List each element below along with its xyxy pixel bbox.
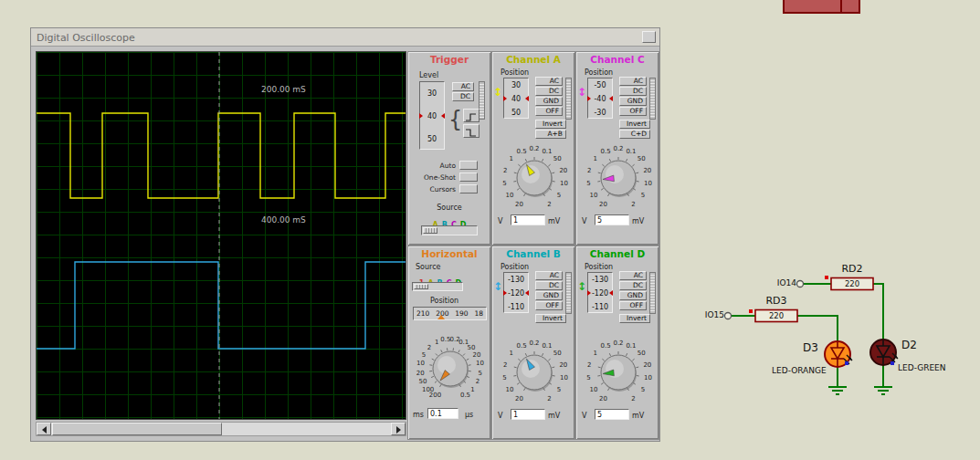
io14-terminal[interactable] xyxy=(797,281,804,288)
svg-text:5: 5 xyxy=(479,370,482,377)
invert-button[interactable]: Invert xyxy=(535,120,566,129)
position-value: -30 xyxy=(588,106,612,120)
trigger-ac-button[interactable]: AC xyxy=(452,82,474,91)
volts-value[interactable]: 5 xyxy=(595,409,629,420)
dc-button[interactable]: DC xyxy=(535,281,563,290)
scroll-left-button[interactable] xyxy=(37,423,51,435)
dc-button[interactable]: DC xyxy=(535,87,563,96)
position-value: 210 xyxy=(416,308,429,319)
dc-button[interactable]: DC xyxy=(619,87,647,96)
trigger-level-display[interactable]: 30 40 50 xyxy=(419,81,445,150)
panel-title: Channel D xyxy=(576,248,659,259)
svg-text:1: 1 xyxy=(470,386,474,393)
auto-label: Auto xyxy=(408,162,456,170)
cursors-button[interactable] xyxy=(459,184,478,193)
trigger-source-slider[interactable] xyxy=(421,225,478,235)
position-updown-arrow[interactable]: ↕ xyxy=(493,280,502,293)
coupling-slider[interactable] xyxy=(565,272,572,314)
led-d3[interactable] xyxy=(825,341,852,367)
gnd-button[interactable]: GND xyxy=(535,97,563,106)
one-shot-button[interactable] xyxy=(459,172,478,182)
position-label: Position xyxy=(430,297,458,305)
svg-text:5: 5 xyxy=(586,374,590,382)
rising-edge-button[interactable] xyxy=(463,109,479,122)
svg-text:5: 5 xyxy=(641,192,645,199)
invert-button[interactable]: Invert xyxy=(535,314,566,323)
volts-value[interactable]: 1 xyxy=(511,214,545,225)
volts-value[interactable]: 5 xyxy=(595,214,629,225)
horizontal-source-slider[interactable] xyxy=(412,282,463,291)
scope-horizontal-scrollbar[interactable] xyxy=(36,422,406,436)
slider-thumb[interactable] xyxy=(414,284,428,289)
gnd-button[interactable]: GND xyxy=(619,291,647,300)
sum-button[interactable]: C+D xyxy=(619,130,650,139)
position-left-arrow-icon xyxy=(503,290,507,296)
position-display[interactable]: -130 -120 -110 xyxy=(587,272,613,313)
position-updown-arrow[interactable]: ↕ xyxy=(577,280,586,293)
coupling-slider[interactable] xyxy=(565,78,572,120)
position-display[interactable]: -50 -40 -30 xyxy=(587,78,613,119)
position-value: -110 xyxy=(504,300,528,314)
position-updown-arrow[interactable]: ↕ xyxy=(577,86,586,99)
volts-per-div-knob[interactable]: 20105210.50.20.150201052 xyxy=(493,140,575,213)
svg-text:0.2: 0.2 xyxy=(529,145,539,152)
svg-text:2: 2 xyxy=(587,167,591,174)
invert-button[interactable]: Invert xyxy=(619,120,650,129)
volts-per-div-knob[interactable]: 20105210.50.20.150201052 xyxy=(577,140,659,213)
dc-button[interactable]: DC xyxy=(619,281,647,290)
svg-text:2: 2 xyxy=(547,201,551,208)
svg-text:1: 1 xyxy=(435,339,438,346)
off-button[interactable]: OFF xyxy=(535,107,563,116)
scroll-right-button[interactable] xyxy=(391,423,406,435)
volts-per-div-knob[interactable]: 20105210.50.20.150201052 xyxy=(577,334,659,407)
panel-title: Channel B xyxy=(492,248,574,259)
svg-text:10: 10 xyxy=(560,180,568,187)
scrollbar-thumb[interactable] xyxy=(52,423,222,435)
led-d2[interactable] xyxy=(870,340,898,365)
coupling-slider[interactable] xyxy=(649,272,656,314)
timebase-knob[interactable]: 2001005020105210.50.20.15020105210.5 xyxy=(409,330,491,403)
svg-text:2: 2 xyxy=(631,201,635,208)
volts-per-div-knob[interactable]: 20105210.50.20.150201052 xyxy=(493,334,575,407)
auto-button[interactable] xyxy=(459,161,478,170)
off-button[interactable]: OFF xyxy=(619,301,647,310)
trigger-coupling-slider[interactable] xyxy=(479,81,485,120)
window-title: Digital Oscilloscope xyxy=(37,32,135,44)
horizontal-position-display[interactable]: 210 200 190 18 xyxy=(413,307,487,320)
ac-button[interactable]: AC xyxy=(535,271,563,280)
unit-left: ms xyxy=(413,411,424,419)
io15-terminal[interactable] xyxy=(725,313,732,319)
position-label: Position xyxy=(585,68,613,77)
position-updown-arrow[interactable]: ↕ xyxy=(493,86,502,99)
svg-text:2: 2 xyxy=(631,395,635,402)
svg-text:10: 10 xyxy=(644,374,652,382)
time-cursor-label-2: 400.00 mS xyxy=(261,215,306,225)
gnd-button[interactable]: GND xyxy=(619,97,647,106)
position-display[interactable]: -130 -120 -110 xyxy=(503,272,529,313)
sum-button[interactable]: A+B xyxy=(535,130,566,139)
gnd-button[interactable]: GND xyxy=(535,291,563,300)
one-shot-label: One-Shot xyxy=(408,173,456,182)
ac-button[interactable]: AC xyxy=(619,271,647,280)
off-button[interactable]: OFF xyxy=(619,107,647,116)
invert-button[interactable]: Invert xyxy=(619,314,650,323)
cursors-label: Cursors xyxy=(408,185,456,193)
svg-text:0.2: 0.2 xyxy=(613,145,623,152)
svg-text:5: 5 xyxy=(502,374,506,382)
trigger-dc-button[interactable]: DC xyxy=(452,92,474,101)
slider-thumb[interactable] xyxy=(423,227,437,234)
window-titlebar[interactable]: Digital Oscilloscope xyxy=(31,28,659,47)
svg-text:1: 1 xyxy=(509,155,512,162)
volts-value[interactable]: 1 xyxy=(511,409,545,420)
coupling-slider[interactable] xyxy=(649,78,656,120)
svg-text:10: 10 xyxy=(644,180,652,187)
position-display[interactable]: 30 40 50 xyxy=(503,78,529,119)
ac-button[interactable]: AC xyxy=(535,77,563,86)
partial-component[interactable] xyxy=(784,0,859,13)
ac-button[interactable]: AC xyxy=(619,77,647,86)
off-button[interactable]: OFF xyxy=(535,301,563,310)
d3-type-label: LED-ORANGE xyxy=(772,366,827,375)
close-button[interactable] xyxy=(642,31,656,43)
falling-edge-button[interactable] xyxy=(463,124,479,138)
timebase-value[interactable]: 0.1 xyxy=(427,408,458,419)
